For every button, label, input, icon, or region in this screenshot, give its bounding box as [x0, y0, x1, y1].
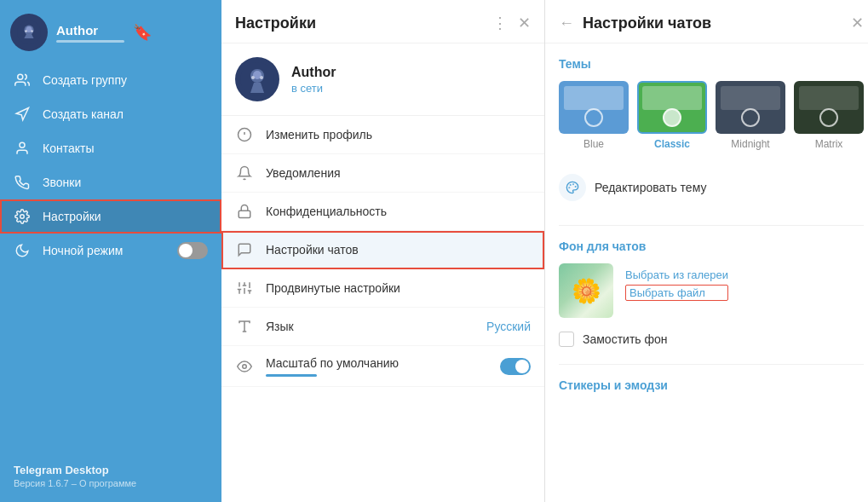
sidebar-status-bar — [56, 40, 124, 43]
back-icon[interactable]: ← — [559, 14, 574, 32]
sidebar-item-create-group[interactable]: Создать группу — [0, 63, 221, 97]
svg-point-33 — [570, 185, 571, 186]
edit-theme-row[interactable]: Редактировать тему — [559, 167, 864, 208]
bg-checkbox-row: Замостить фон — [559, 332, 864, 347]
palette-icon — [559, 174, 586, 201]
theme-midnight-preview — [716, 81, 785, 134]
avatar[interactable] — [10, 14, 48, 51]
menu-item-notifications[interactable]: Уведомления — [221, 154, 544, 193]
theme-matrix-preview — [794, 81, 864, 134]
sidebar-contacts-label: Контакты — [43, 141, 94, 155]
theme-inner — [564, 86, 624, 110]
menu-item-language[interactable]: Язык Русский — [221, 308, 544, 346]
svg-rect-18 — [239, 211, 250, 217]
menu-item-privacy[interactable]: Конфиденциальность — [221, 193, 544, 231]
theme-inner-midnight — [721, 86, 780, 110]
scale-bar — [266, 374, 317, 377]
sidebar-footer: Telegram Desktop Версия 1.6.7 – О програ… — [0, 453, 221, 502]
svg-point-30 — [243, 364, 247, 368]
text-icon — [235, 317, 254, 336]
chat-settings-title: Настройки чатов — [583, 14, 842, 32]
sidebar-user-info: Author — [56, 23, 124, 43]
theme-blue-label: Blue — [583, 138, 604, 150]
divider-2 — [559, 364, 864, 365]
svg-point-14 — [260, 76, 263, 79]
person-icon — [14, 140, 31, 157]
menu-item-chat-settings[interactable]: Настройки чатов — [221, 231, 544, 269]
sliders-icon — [235, 279, 254, 297]
sidebar-create-group-label: Создать группу — [43, 73, 127, 87]
stickers-section-title: Стикеры и эмодзи — [559, 378, 864, 392]
theme-classic-label: Classic — [654, 138, 690, 150]
divider — [559, 225, 864, 226]
chat-settings-label: Настройки чатов — [266, 243, 531, 257]
svg-point-7 — [20, 142, 25, 147]
settings-menu: Изменить профиль Уведомления Конфиденциа… — [221, 116, 544, 502]
bell-icon — [235, 164, 254, 182]
theme-matrix[interactable]: Matrix — [794, 81, 864, 150]
language-value: Русский — [486, 320, 531, 333]
bg-section-title: Фон для чатов — [559, 239, 864, 253]
phone-icon — [14, 174, 31, 191]
svg-point-31 — [573, 184, 574, 185]
bg-thumbnail: 🌼 — [559, 263, 613, 318]
svg-point-32 — [575, 187, 576, 188]
lock-icon — [235, 202, 254, 221]
svg-point-4 — [25, 30, 27, 32]
chat-icon — [235, 240, 254, 259]
menu-item-advanced[interactable]: Продвинутые настройки — [221, 269, 544, 308]
theme-circle-classic — [663, 108, 681, 127]
sidebar-item-create-channel[interactable]: Создать канал — [0, 97, 221, 131]
sidebar-item-contacts[interactable]: Контакты — [0, 131, 221, 165]
settings-profile[interactable]: Author в сети — [221, 43, 544, 116]
sidebar-settings-label: Настройки — [43, 210, 101, 223]
settings-profile-name: Author — [291, 65, 336, 80]
gallery-link[interactable]: Выбрать из галереи — [625, 268, 728, 281]
theme-classic[interactable]: Classic — [637, 81, 707, 150]
gear-icon — [14, 208, 31, 225]
menu-item-edit-profile[interactable]: Изменить профиль — [221, 116, 544, 154]
edit-theme-label: Редактировать тему — [595, 181, 706, 194]
theme-classic-preview — [637, 81, 707, 134]
night-mode-toggle[interactable] — [177, 242, 208, 259]
chat-settings-content: Темы Blue Classic — [545, 43, 868, 502]
bg-actions: Выбрать из галереи Выбрать файл — [625, 263, 728, 301]
theme-circle — [584, 108, 603, 127]
theme-inner-matrix — [799, 86, 859, 110]
themes-section-title: Темы — [559, 57, 864, 71]
sidebar-item-calls[interactable]: Звонки — [0, 165, 221, 199]
megaphone-icon — [14, 106, 31, 123]
privacy-label: Конфиденциальность — [266, 205, 531, 218]
settings-avatar — [235, 57, 279, 101]
settings-header: Настройки ⋮ ✕ — [221, 0, 544, 43]
sidebar: Author 🔖 Создать группу Создать канал Ко… — [0, 0, 221, 502]
sidebar-header: Author 🔖 — [0, 0, 221, 60]
app-name: Telegram Desktop — [14, 464, 208, 476]
sidebar-nav: Создать группу Создать канал Контакты Зв… — [0, 60, 221, 453]
language-label: Язык — [266, 320, 474, 333]
more-icon[interactable]: ⋮ — [492, 14, 508, 32]
app-version[interactable]: Версия 1.6.7 – О программе — [14, 478, 208, 488]
theme-midnight[interactable]: Midnight — [716, 81, 785, 150]
sidebar-username: Author — [56, 23, 124, 38]
sidebar-create-channel-label: Создать канал — [43, 107, 124, 121]
bookmark-icon[interactable]: 🔖 — [133, 23, 152, 42]
settings-panel-title: Настройки — [235, 14, 316, 32]
chat-settings-header: ← Настройки чатов ✕ — [545, 0, 868, 43]
sidebar-item-settings[interactable]: Настройки — [0, 199, 221, 234]
theme-circle-midnight — [741, 108, 760, 127]
settings-header-icons: ⋮ ✕ — [492, 14, 531, 32]
theme-inner-classic — [642, 86, 702, 110]
tile-bg-checkbox[interactable] — [559, 332, 574, 347]
scale-toggle[interactable] — [500, 358, 531, 375]
file-link[interactable]: Выбрать файл — [625, 285, 728, 301]
eye-icon — [235, 357, 254, 376]
theme-blue[interactable]: Blue — [559, 81, 629, 150]
settings-profile-status: в сети — [291, 82, 336, 95]
menu-item-scale[interactable]: Масштаб по умолчанию — [221, 346, 544, 387]
settings-panel: Настройки ⋮ ✕ Author в сети Из — [221, 0, 545, 502]
chat-settings-close-icon[interactable]: ✕ — [851, 14, 864, 32]
settings-close-icon[interactable]: ✕ — [518, 14, 531, 32]
sidebar-item-night-mode[interactable]: Ночной режим — [0, 234, 221, 268]
svg-point-5 — [31, 30, 33, 32]
